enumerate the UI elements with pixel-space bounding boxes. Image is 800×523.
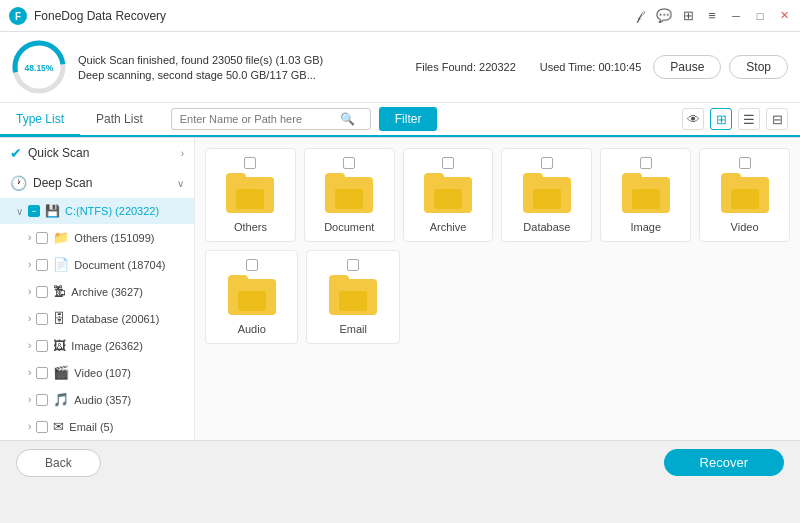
audio-label: Audio (357): [74, 394, 131, 406]
file-archive-checkbox[interactable]: [442, 157, 454, 169]
close-button[interactable]: ✕: [776, 8, 792, 24]
maximize-button[interactable]: □: [752, 8, 768, 24]
list-view-icon[interactable]: ☰: [738, 108, 760, 130]
email-label: Email (5): [69, 421, 113, 433]
menu-icon[interactable]: ≡: [704, 8, 720, 24]
image-icon: 🖼: [53, 338, 66, 353]
database-icon: 🗄: [53, 311, 66, 326]
filter-button[interactable]: Filter: [379, 107, 438, 131]
sidebar-item-archive[interactable]: › 🗜 Archive (3627): [0, 278, 194, 305]
img-checkbox[interactable]: [36, 340, 48, 352]
progress-area: 48.15% Quick Scan finished, found 23050 …: [0, 32, 800, 103]
quick-scan-chevron: ›: [181, 148, 184, 159]
file-vid-checkbox[interactable]: [739, 157, 751, 169]
sidebar-drive[interactable]: ∨ − 💾 C:(NTFS) (220322): [0, 198, 194, 224]
search-box[interactable]: 🔍: [171, 108, 371, 130]
progress-circle: 48.15%: [12, 40, 66, 94]
aud-checkbox[interactable]: [36, 394, 48, 406]
deep-scan-label: Deep Scan: [33, 176, 92, 190]
others-label: Others (151099): [74, 232, 154, 244]
bottom-bar: Back Recover: [0, 440, 800, 484]
file-database-label: Database: [523, 221, 570, 233]
file-document-label: Document: [324, 221, 374, 233]
file-item-image[interactable]: Image: [600, 148, 691, 242]
drive-icon: 💾: [45, 204, 60, 218]
others-folder-icon: 📁: [53, 230, 69, 245]
file-item-database[interactable]: Database: [501, 148, 592, 242]
detail-view-icon[interactable]: ⊟: [766, 108, 788, 130]
doc-chevron: ›: [28, 259, 31, 270]
minimize-button[interactable]: ─: [728, 8, 744, 24]
file-item-document[interactable]: Document: [304, 148, 395, 242]
tab-path-list[interactable]: Path List: [80, 104, 159, 136]
recover-button[interactable]: Recover: [664, 449, 784, 476]
email-icon: ✉: [53, 419, 64, 434]
vid-checkbox[interactable]: [36, 367, 48, 379]
view-toggle: 👁 ⊞ ☰ ⊟: [682, 108, 788, 130]
title-bar-controls: 𝒻 💬 ⊞ ≡ ─ □ ✕: [632, 8, 792, 24]
file-image-label: Image: [630, 221, 661, 233]
sidebar-item-audio[interactable]: › 🎵 Audio (357): [0, 386, 194, 413]
grid-icon[interactable]: ⊞: [680, 8, 696, 24]
file-grid-row2: Audio Email: [205, 250, 790, 344]
archive-chevron: ›: [28, 286, 31, 297]
audio-folder-large-icon: [228, 275, 276, 315]
file-doc-checkbox[interactable]: [343, 157, 355, 169]
used-time-stat: Used Time: 00:10:45: [540, 61, 642, 73]
stop-button[interactable]: Stop: [729, 55, 788, 79]
file-item-audio[interactable]: Audio: [205, 250, 298, 344]
file-img-checkbox[interactable]: [640, 157, 652, 169]
sidebar-quick-scan[interactable]: ✔ Quick Scan ›: [0, 138, 194, 168]
file-item-video[interactable]: Video: [699, 148, 790, 242]
chat-icon[interactable]: 💬: [656, 8, 672, 24]
file-others-label: Others: [234, 221, 267, 233]
sidebar-item-image[interactable]: › 🖼 Image (26362): [0, 332, 194, 359]
database-label: Database (20061): [71, 313, 159, 325]
db-checkbox[interactable]: [36, 313, 48, 325]
document-icon: 📄: [53, 257, 69, 272]
search-icon: 🔍: [340, 112, 355, 126]
others-folder-large-icon: [226, 173, 274, 213]
scan-line1: Quick Scan finished, found 23050 file(s)…: [78, 54, 403, 66]
scan-buttons: Pause Stop: [653, 55, 788, 79]
archive-checkbox[interactable]: [36, 286, 48, 298]
file-item-archive[interactable]: Archive: [403, 148, 494, 242]
db-chevron: ›: [28, 313, 31, 324]
deep-scan-clock-icon: 🕐: [10, 175, 27, 191]
archive-folder-large-icon: [424, 173, 472, 213]
facebook-icon[interactable]: 𝒻: [632, 8, 648, 24]
pause-button[interactable]: Pause: [653, 55, 721, 79]
file-aud-checkbox[interactable]: [246, 259, 258, 271]
file-email-checkbox[interactable]: [347, 259, 359, 271]
doc-checkbox[interactable]: [36, 259, 48, 271]
sidebar-item-document[interactable]: › 📄 Document (18704): [0, 251, 194, 278]
grid-view-icon[interactable]: ⊞: [710, 108, 732, 130]
others-checkbox[interactable]: [36, 232, 48, 244]
archive-icon: 🗜: [53, 284, 66, 299]
search-input[interactable]: [180, 113, 340, 125]
scan-line2: Deep scanning, second stage 50.0 GB/117 …: [78, 69, 403, 81]
file-audio-label: Audio: [238, 323, 266, 335]
sidebar-item-email[interactable]: › ✉ Email (5): [0, 413, 194, 440]
video-folder-large-icon: [721, 173, 769, 213]
email-checkbox[interactable]: [36, 421, 48, 433]
document-label: Document (18704): [74, 259, 165, 271]
email-chevron: ›: [28, 421, 31, 432]
file-item-others[interactable]: Others: [205, 148, 296, 242]
sidebar-item-others[interactable]: › 📁 Others (151099): [0, 224, 194, 251]
preview-icon[interactable]: 👁: [682, 108, 704, 130]
quick-scan-label: Quick Scan: [28, 146, 89, 160]
quick-scan-check-icon: ✔: [10, 145, 22, 161]
drive-checkbox[interactable]: −: [28, 205, 40, 217]
sidebar-deep-scan[interactable]: 🕐 Deep Scan ∨: [0, 168, 194, 198]
back-button[interactable]: Back: [16, 449, 101, 477]
file-others-checkbox[interactable]: [244, 157, 256, 169]
drive-chevron: ∨: [16, 206, 23, 217]
scan-stats: Files Found: 220322 Used Time: 00:10:45: [415, 61, 641, 73]
file-db-checkbox[interactable]: [541, 157, 553, 169]
sidebar-item-video[interactable]: › 🎬 Video (107): [0, 359, 194, 386]
tab-type-list[interactable]: Type List: [0, 104, 80, 136]
progress-info: Quick Scan finished, found 23050 file(s)…: [78, 54, 403, 81]
sidebar-item-database[interactable]: › 🗄 Database (20061): [0, 305, 194, 332]
file-item-email[interactable]: Email: [306, 250, 399, 344]
